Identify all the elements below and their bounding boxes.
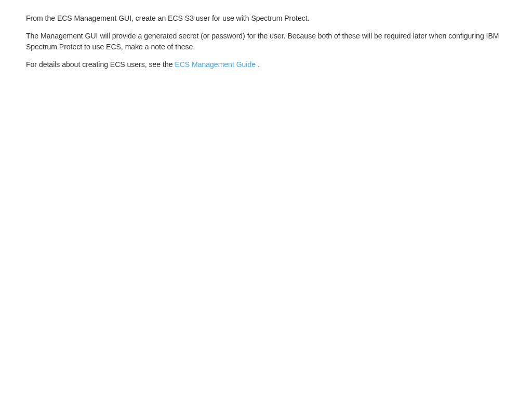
document-content: From the ECS Management GUI, create an E… (0, 0, 532, 90)
paragraph-create-user: From the ECS Management GUI, create an E… (26, 13, 506, 23)
reference-suffix: . (256, 60, 260, 69)
paragraph-secret-note: The Management GUI will provide a genera… (26, 31, 506, 52)
paragraph-reference: For details about creating ECS users, se… (26, 59, 506, 70)
reference-prefix: For details about creating ECS users, se… (26, 60, 175, 69)
ecs-management-guide-link[interactable]: ECS Management Guide (175, 60, 256, 69)
